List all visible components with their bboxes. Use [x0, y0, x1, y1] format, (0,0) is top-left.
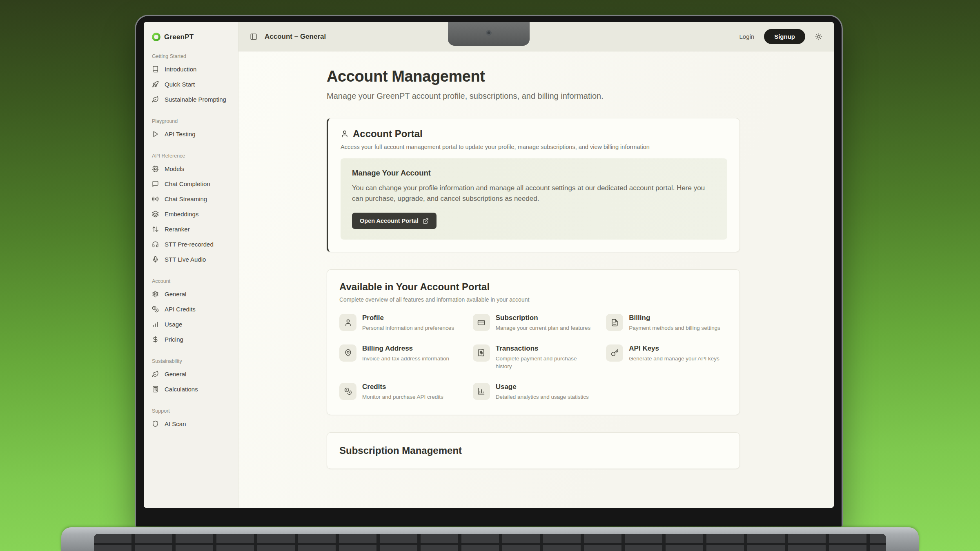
calculator-icon: [152, 386, 159, 393]
feature-description: Generate and manage your API keys: [629, 355, 719, 363]
leaf-icon: [152, 96, 159, 103]
feature-description: Monitor and purchase API credits: [362, 393, 443, 401]
sidebar-item-reranker[interactable]: Reranker: [144, 222, 238, 237]
feature-api-keys: API Keys Generate and manage your API ke…: [606, 344, 727, 371]
shield-icon: [152, 420, 159, 427]
feature-description: Personal information and preferences: [362, 324, 454, 332]
sidebar-item-quick-start[interactable]: Quick Start: [144, 77, 238, 92]
credit-card-icon: [473, 314, 490, 331]
sidebar-item-label: AI Scan: [165, 420, 186, 427]
receipt-icon: [473, 344, 490, 362]
message-square-icon: [152, 180, 159, 187]
signup-button[interactable]: Signup: [764, 29, 805, 44]
sidebar-item-label: Introduction: [165, 66, 196, 73]
sidebar-section-getting-started: Getting Started Introduction Quick Start…: [144, 53, 238, 107]
feature-title: Billing: [629, 314, 720, 322]
sidebar-item-account-general[interactable]: General: [144, 287, 238, 302]
sidebar-item-introduction[interactable]: Introduction: [144, 62, 238, 77]
feature-description: Detailed analytics and usage statistics: [496, 393, 589, 401]
feature-billing-address: Billing Address Invoice and tax address …: [339, 344, 461, 371]
sidebar-item-stt-live-audio[interactable]: STT Live Audio: [144, 252, 238, 267]
arrow-up-down-icon: [152, 226, 159, 233]
feature-title: API Keys: [629, 344, 719, 353]
login-link[interactable]: Login: [739, 33, 754, 40]
sidebar-item-sustainable-prompting[interactable]: Sustainable Prompting: [144, 92, 238, 107]
sidebar-item-sustainability-general[interactable]: General: [144, 367, 238, 382]
sidebar-item-label: API Credits: [165, 306, 196, 313]
laptop-screen-bezel: GreenPT Getting Started Introduction Qui…: [135, 15, 843, 527]
subscription-management-card: Subscription Management: [327, 432, 740, 469]
features-card-title: Available in Your Account Portal: [339, 281, 727, 293]
laptop-display: GreenPT Getting Started Introduction Qui…: [144, 22, 834, 508]
sidebar-toggle-button[interactable]: [250, 33, 257, 40]
gear-icon: [152, 291, 159, 298]
sidebar-item-api-testing[interactable]: API Testing: [144, 127, 238, 142]
sidebar-item-stt-prerecorded[interactable]: STT Pre-recorded: [144, 237, 238, 252]
section-label: Support: [144, 408, 238, 414]
feature-description: Complete payment and purchase history: [496, 355, 592, 371]
feature-usage: Usage Detailed analytics and usage stati…: [473, 383, 594, 401]
feature-title: Usage: [496, 383, 589, 391]
sidebar-section-api-reference: API Reference Models Chat Completion Cha…: [144, 153, 238, 267]
sidebar-item-chat-streaming[interactable]: Chat Streaming: [144, 191, 238, 207]
open-account-portal-button[interactable]: Open Account Portal: [352, 213, 437, 229]
sidebar-item-label: Models: [165, 165, 184, 172]
map-pin-icon: [339, 344, 356, 362]
sidebar-item-label: Reranker: [165, 226, 190, 233]
features-grid: Profile Personal information and prefere…: [339, 314, 727, 401]
feature-subscription: Subscription Manage your current plan an…: [473, 314, 594, 332]
panel-left-icon: [250, 33, 257, 40]
sidebar-item-label: Chat Streaming: [165, 196, 207, 202]
headphones-icon: [152, 241, 159, 248]
sidebar-item-models[interactable]: Models: [144, 161, 238, 176]
sidebar-item-chat-completion[interactable]: Chat Completion: [144, 176, 238, 191]
sidebar-item-label: General: [165, 371, 186, 378]
sidebar-item-embeddings[interactable]: Embeddings: [144, 207, 238, 222]
bar-chart-icon: [473, 383, 490, 400]
sidebar-item-usage[interactable]: Usage: [144, 317, 238, 332]
sidebar-item-label: Pricing: [165, 336, 183, 343]
manage-account-panel: Manage Your Account You can change your …: [341, 158, 727, 240]
book-icon: [152, 66, 159, 73]
feature-title: Profile: [362, 314, 454, 322]
section-label: Account: [144, 278, 238, 284]
page-title: Account Management: [327, 68, 740, 85]
manage-account-title: Manage Your Account: [352, 169, 716, 178]
page-breadcrumb-title: Account – General: [265, 33, 326, 41]
page-subtitle: Manage your GreenPT account profile, sub…: [327, 91, 740, 101]
mic-icon: [152, 256, 159, 263]
coins-icon: [152, 306, 159, 313]
feature-description: Manage your current plan and features: [496, 324, 591, 332]
app-header: Account – General Login Signup: [238, 22, 834, 51]
open-account-portal-label: Open Account Portal: [360, 218, 419, 224]
sidebar-item-label: Calculations: [165, 386, 198, 393]
feature-profile: Profile Personal information and prefere…: [339, 314, 461, 332]
sidebar-item-ai-scan[interactable]: AI Scan: [144, 416, 238, 431]
greenpt-logo-icon: [152, 33, 160, 41]
feature-description: Payment methods and billing settings: [629, 324, 720, 332]
external-link-icon: [423, 218, 429, 224]
theme-toggle-button[interactable]: [815, 33, 822, 40]
account-portal-card: Account Portal Access your full account …: [327, 118, 740, 252]
radio-icon: [152, 196, 159, 202]
subscription-management-title: Subscription Management: [339, 445, 727, 456]
sidebar-section-playground: Playground API Testing: [144, 118, 238, 142]
layers-icon: [152, 211, 159, 218]
sidebar-item-api-credits[interactable]: API Credits: [144, 302, 238, 317]
sun-icon: [815, 33, 822, 40]
key-icon: [606, 344, 623, 362]
section-label: Playground: [144, 118, 238, 124]
sidebar-section-account: Account General API Credits Usage Pricin…: [144, 278, 238, 347]
section-label: Sustainability: [144, 358, 238, 364]
coins-icon: [339, 383, 356, 400]
sidebar-item-calculations[interactable]: Calculations: [144, 382, 238, 397]
section-label: Getting Started: [144, 53, 238, 59]
sidebar-item-label: STT Live Audio: [165, 256, 206, 263]
sidebar-item-pricing[interactable]: Pricing: [144, 332, 238, 347]
bar-signal-icon: [152, 321, 159, 328]
brand-logo[interactable]: GreenPT: [144, 22, 238, 42]
account-portal-title: Account Portal: [353, 128, 423, 140]
features-card-subtitle: Complete overview of all features and in…: [339, 296, 727, 303]
laptop-keyboard: [94, 534, 886, 551]
sidebar-item-label: Chat Completion: [165, 180, 210, 187]
